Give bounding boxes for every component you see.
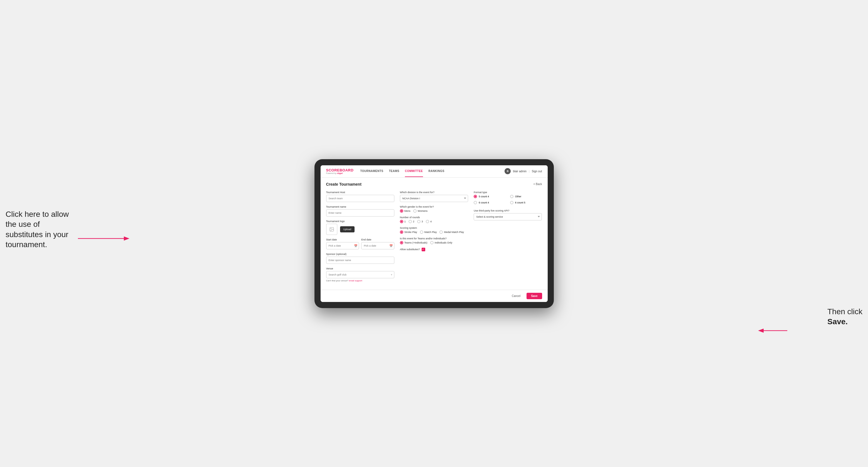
logo-placeholder-icon [326, 224, 337, 235]
event-teams[interactable]: Teams (+Individuals) [400, 241, 428, 244]
scoring-stroke-radio[interactable] [400, 230, 403, 234]
format-other-radio[interactable] [510, 195, 514, 198]
right-arrow-icon [757, 325, 790, 336]
tablet-device: SCOREBOARD Powered by clippd TOURNAMENTS… [314, 159, 554, 308]
format-group: Format type 5 count 4 Other [474, 191, 542, 206]
format-6count4[interactable]: 6 count 4 [474, 201, 506, 204]
rounds-label: Number of rounds [400, 216, 468, 219]
annotation-left: Click here to allow the use of substitut… [6, 209, 78, 250]
tournament-host-input[interactable] [326, 195, 394, 202]
venue-label: Venue [326, 267, 394, 270]
start-date-group: Start date 📅 [326, 238, 359, 249]
left-arrow-icon [78, 230, 133, 247]
logo-upload-area: Upload [326, 224, 394, 235]
sponsor-label: Sponsor (optional) [326, 253, 394, 255]
scoring-radio-group: Stroke Play Match Play Medal Match Play [400, 230, 468, 234]
rounds-3[interactable]: 3 [417, 220, 423, 223]
scoring-match-radio[interactable] [420, 230, 423, 234]
page-content: Create Tournament Back Tournament Host T… [320, 178, 548, 290]
cancel-button[interactable]: Cancel [508, 293, 524, 299]
venue-group: Venue ▼ Can't find your venue? email sup… [326, 267, 394, 282]
back-button[interactable]: Back [533, 183, 542, 186]
scoring-stroke[interactable]: Stroke Play [400, 230, 417, 234]
form-column-3: Format type 5 count 4 Other [474, 191, 542, 285]
gender-label: Which gender is the event for? [400, 206, 468, 208]
form-column-2: Which division is the event for? NCAA Di… [400, 191, 468, 285]
nav-user-section: B blair admin | Sign out [504, 168, 542, 174]
gender-radio-group: Mens Womens [400, 209, 468, 213]
form-grid: Tournament Host Tournament name Tourname… [326, 191, 542, 285]
email-support-link[interactable]: email support [349, 279, 362, 282]
rounds-1[interactable]: 1 [400, 220, 406, 223]
user-name: blair admin [513, 170, 527, 173]
scoring-api-select[interactable]: Select & scoring service [474, 213, 542, 220]
gender-womens-radio[interactable] [413, 209, 416, 213]
substitutes-label: Allow substitutes? [400, 248, 420, 251]
venue-input[interactable] [326, 271, 394, 278]
gender-mens-radio[interactable] [400, 209, 403, 213]
event-teams-radio[interactable] [400, 241, 403, 244]
scoring-match[interactable]: Match Play [420, 230, 437, 234]
venue-dropdown-icon: ▼ [391, 273, 393, 276]
scoring-medal[interactable]: Medal Match Play [439, 230, 464, 234]
format-5count4[interactable]: 5 count 4 [474, 195, 506, 198]
upload-button[interactable]: Upload [340, 226, 355, 232]
sign-out-link[interactable]: Sign out [532, 170, 542, 173]
tablet-screen: SCOREBOARD Powered by clippd TOURNAMENTS… [320, 165, 548, 302]
sponsor-group: Sponsor (optional) [326, 253, 394, 264]
scoring-api-label: Use third-party live scoring API? [474, 209, 542, 212]
navbar: SCOREBOARD Powered by clippd TOURNAMENTS… [320, 165, 548, 178]
scoring-medal-radio[interactable] [439, 230, 443, 234]
tournament-name-group: Tournament name [326, 206, 394, 217]
rounds-1-radio[interactable] [400, 220, 403, 223]
division-group: Which division is the event for? NCAA Di… [400, 191, 468, 202]
event-type-group: Is this event for Teams and/or Individua… [400, 237, 468, 244]
format-options-grid: 5 count 4 Other 6 count 4 [474, 195, 542, 206]
tournament-name-input[interactable] [326, 209, 394, 217]
tournament-logo-label: Tournament logo [326, 220, 394, 223]
gender-womens-label: Womens [418, 210, 428, 212]
division-label: Which division is the event for? [400, 191, 468, 194]
nav-links: TOURNAMENTS TEAMS COMMITTEE RANKINGS [360, 165, 504, 177]
rounds-group: Number of rounds 1 2 [400, 216, 468, 223]
form-column-1: Tournament Host Tournament name Tourname… [326, 191, 394, 285]
format-other[interactable]: Other [510, 195, 542, 198]
event-individuals-radio[interactable] [430, 241, 434, 244]
scoring-group: Scoring system Stroke Play Match Play [400, 226, 468, 234]
format-6count4-radio[interactable] [474, 201, 477, 204]
form-footer: Cancel Save [320, 290, 548, 302]
tournament-host-label: Tournament Host [326, 191, 394, 194]
rounds-2-radio[interactable] [408, 220, 412, 223]
rounds-2[interactable]: 2 [408, 220, 414, 223]
gender-mens-label: Mens [404, 210, 410, 212]
division-select[interactable]: NCAA Division I [400, 195, 468, 202]
event-individuals[interactable]: Individuals Only [430, 241, 453, 244]
gender-womens[interactable]: Womens [413, 209, 428, 213]
calendar-icon: 📅 [354, 244, 357, 247]
svg-point-3 [331, 228, 331, 229]
format-label: Format type [474, 191, 542, 194]
rounds-4[interactable]: 4 [426, 220, 432, 223]
calendar-end-icon: 📅 [389, 244, 393, 247]
sponsor-input[interactable] [326, 257, 394, 264]
end-date-label: End date [361, 238, 394, 241]
scoring-label: Scoring system [400, 226, 468, 229]
nav-rankings[interactable]: RANKINGS [429, 165, 444, 177]
nav-teams[interactable]: TEAMS [389, 165, 400, 177]
save-button[interactable]: Save [527, 293, 542, 299]
rounds-4-radio[interactable] [426, 220, 429, 223]
gender-group: Which gender is the event for? Mens Wome… [400, 206, 468, 213]
logo-text: SCOREBOARD [326, 168, 354, 172]
tournament-name-label: Tournament name [326, 206, 394, 208]
nav-tournaments[interactable]: TOURNAMENTS [360, 165, 383, 177]
scoring-api-group: Use third-party live scoring API? Select… [474, 209, 542, 220]
substitutes-checkbox[interactable]: ✓ [422, 248, 425, 251]
gender-mens[interactable]: Mens [400, 209, 410, 213]
nav-committee[interactable]: COMMITTEE [405, 165, 423, 177]
format-6count5[interactable]: 6 count 5 [510, 201, 542, 204]
end-date-group: End date 📅 [361, 238, 394, 249]
format-5count4-radio[interactable] [474, 195, 477, 198]
format-6count5-radio[interactable] [510, 201, 514, 204]
substitutes-item: Allow substitutes? ✓ [400, 248, 468, 251]
rounds-3-radio[interactable] [417, 220, 421, 223]
